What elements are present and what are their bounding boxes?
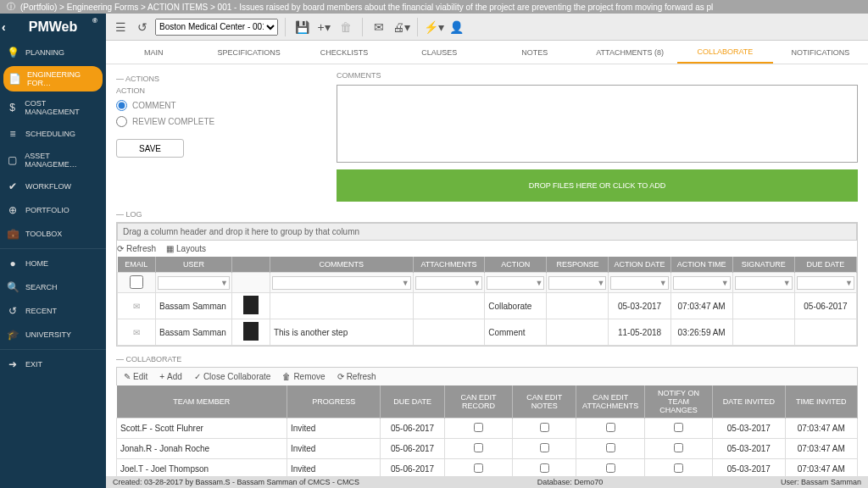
edit-button[interactable]: ✎Edit	[124, 372, 147, 381]
filter-action[interactable]	[487, 276, 544, 290]
col-progress[interactable]: PROGRESS	[287, 385, 381, 419]
col-team-member[interactable]: TEAM MEMBER	[117, 385, 287, 419]
notify-checkbox[interactable]	[674, 443, 683, 452]
log-row[interactable]: ✉ Bassam Samman Collaborate 05-03-2017 0…	[118, 293, 857, 319]
edit-record-checkbox[interactable]	[474, 443, 483, 452]
col-action-date[interactable]: ACTION DATE	[609, 257, 670, 273]
col-time-invited[interactable]: TIME INVITED	[785, 385, 857, 419]
sidebar-item-university[interactable]: 🎓UNIVERSITY	[0, 323, 106, 347]
edit-notes-checkbox[interactable]	[540, 423, 549, 432]
col-response[interactable]: RESPONSE	[547, 257, 609, 273]
notify-checkbox[interactable]	[674, 463, 683, 473]
sidebar-item-planning[interactable]: 💡PLANNING	[0, 41, 106, 64]
tab-checklists[interactable]: CHECKLISTS	[297, 41, 392, 64]
filter-response[interactable]	[548, 276, 606, 290]
col-due-date[interactable]: DUE DATE	[381, 385, 444, 419]
comments-textarea[interactable]	[337, 85, 858, 163]
add-icon[interactable]: +▾	[314, 18, 333, 36]
filter-comments[interactable]	[272, 276, 411, 290]
col-action[interactable]: ACTION	[485, 257, 547, 273]
sidebar-item-exit[interactable]: ➜EXIT	[0, 352, 106, 376]
col-date-invited[interactable]: DATE INVITED	[713, 385, 785, 419]
filter-user[interactable]	[158, 276, 230, 290]
col-can-edit-attachments[interactable]: CAN EDIT ATTACHMENTS	[576, 385, 644, 419]
col-attachments[interactable]: ATTACHMENTS	[413, 257, 485, 273]
mail-icon[interactable]: ✉	[133, 302, 140, 311]
log-row[interactable]: ✉ Bassam Samman This is another step Com…	[118, 319, 857, 346]
col-email[interactable]: EMAIL	[118, 257, 156, 273]
sidebar-item-scheduling[interactable]: ≡SCHEDULING	[0, 122, 106, 146]
col-action-time[interactable]: ACTION TIME	[670, 257, 732, 273]
sidebar-item-portfolio[interactable]: ⊕PORTFOLIO	[0, 198, 106, 222]
radio-review-complete[interactable]: REVIEW COMPLETE	[116, 116, 311, 127]
sidebar-item-search[interactable]: 🔍SEARCH	[0, 275, 106, 299]
user-icon[interactable]: 👤	[447, 18, 465, 36]
file-dropzone[interactable]: DROP FILES HERE OR CLICK TO ADD	[337, 169, 858, 202]
list-icon[interactable]: ☰	[111, 18, 130, 36]
collab-row[interactable]: Joel.T - Joel Thompson Invited 05-06-201…	[117, 459, 858, 477]
log-refresh-button[interactable]: ⟳Refresh	[117, 244, 156, 253]
log-layouts-button[interactable]: ▦Layouts	[166, 244, 206, 253]
check-icon: ✔	[7, 180, 19, 192]
col-signature[interactable]: SIGNATURE	[732, 257, 794, 273]
mail-icon[interactable]: ✉	[370, 18, 388, 36]
filter-due-date[interactable]	[797, 276, 854, 290]
tab-notes[interactable]: NOTES	[487, 41, 582, 64]
sidebar-item-workflow[interactable]: ✔WORKFLOW	[0, 175, 106, 198]
close-collaborate-button[interactable]: ✓Close Collaborate	[194, 372, 271, 381]
sidebar-item-engineering-forms[interactable]: 📄ENGINEERING FOR…	[3, 66, 103, 92]
filter-action-time[interactable]	[673, 276, 731, 290]
edit-notes-checkbox[interactable]	[540, 443, 549, 452]
edit-record-checkbox[interactable]	[474, 463, 483, 473]
notify-checkbox[interactable]	[674, 423, 683, 432]
col-comments[interactable]: COMMENTS	[270, 257, 413, 273]
col-user[interactable]: USER	[155, 257, 231, 273]
print-icon[interactable]: 🖨▾	[392, 18, 410, 36]
col-can-edit-record[interactable]: CAN EDIT RECORD	[444, 385, 512, 419]
trash-icon[interactable]: 🗑	[337, 18, 355, 36]
filter-action-date[interactable]	[610, 276, 668, 290]
col-due-date[interactable]: DUE DATE	[794, 257, 856, 273]
edit-attachments-checkbox[interactable]	[606, 443, 615, 452]
edit-attachments-checkbox[interactable]	[606, 423, 615, 432]
recent-icon: ↺	[7, 305, 19, 317]
col-avatar[interactable]	[231, 257, 270, 273]
tab-collaborate[interactable]: COLLABORATE	[677, 41, 772, 64]
add-button[interactable]: +Add	[159, 372, 182, 381]
briefcase-icon: 💼	[7, 228, 19, 240]
tab-specifications[interactable]: SPECIFICATIONS	[201, 41, 296, 64]
sidebar-item-asset-management[interactable]: ▢ASSET MANAGEME…	[0, 146, 106, 175]
edit-record-checkbox[interactable]	[474, 423, 483, 432]
collab-refresh-button[interactable]: ⟳Refresh	[337, 372, 376, 381]
record-select[interactable]: Boston Medical Center - 001 - Issues	[155, 19, 278, 36]
radio-comment[interactable]: COMMENT	[116, 100, 311, 111]
tab-clauses[interactable]: CLAUSES	[392, 41, 487, 64]
university-icon: 🎓	[7, 329, 19, 341]
save-icon[interactable]: 💾	[292, 18, 311, 36]
edit-notes-checkbox[interactable]	[540, 463, 549, 473]
edit-attachments-checkbox[interactable]	[606, 463, 615, 473]
sidebar-item-recent[interactable]: ↺RECENT	[0, 299, 106, 323]
tab-attachments[interactable]: ATTACHMENTS (8)	[582, 41, 677, 64]
tab-main[interactable]: MAIN	[106, 41, 201, 64]
actions-header: ACTIONS	[116, 75, 311, 83]
filter-attachments[interactable]	[415, 276, 483, 290]
info-icon[interactable]: ⓘ	[7, 1, 15, 13]
history-icon[interactable]: ↺	[133, 18, 152, 36]
group-drop-area[interactable]: Drag a column header and drop it here to…	[117, 223, 857, 241]
sidebar-item-cost-management[interactable]: $COST MANAGEMENT	[0, 93, 106, 122]
sidebar-item-toolbox[interactable]: 💼TOOLBOX	[0, 222, 106, 246]
collab-row[interactable]: Jonah.R - Jonah Roche Invited 05-06-2017…	[117, 439, 858, 459]
bolt-icon[interactable]: ⚡▾	[425, 18, 443, 36]
sidebar-item-home[interactable]: ●HOME	[0, 252, 106, 275]
filter-signature[interactable]	[735, 276, 793, 290]
col-notify-on-team-changes[interactable]: NOTIFY ON TEAM CHANGES	[644, 385, 712, 419]
select-all-checkbox[interactable]	[120, 275, 153, 289]
back-icon[interactable]: ‹	[2, 20, 6, 34]
collab-row[interactable]: Scott.F - Scott Fluhrer Invited 05-06-20…	[117, 419, 858, 439]
mail-icon[interactable]: ✉	[133, 328, 140, 337]
save-button[interactable]: SAVE	[116, 139, 184, 158]
remove-button[interactable]: 🗑Remove	[282, 372, 325, 381]
col-can-edit-notes[interactable]: CAN EDIT NOTES	[513, 385, 576, 419]
tab-notifications[interactable]: NOTIFICATIONS	[773, 41, 868, 64]
